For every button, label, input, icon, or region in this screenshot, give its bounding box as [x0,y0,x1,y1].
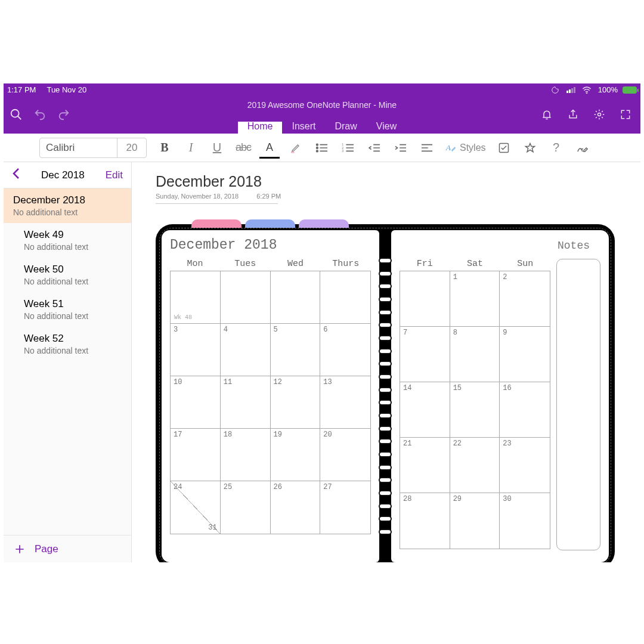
page-item[interactable]: Week 52No additional text [4,327,131,361]
page-item[interactable]: Week 49No additional text [4,223,131,258]
page-item-subtext: No additional text [24,242,123,252]
binding-ring [379,529,392,535]
bold-button[interactable]: B [156,140,173,156]
binding-ring [379,361,392,367]
binding-ring [379,490,392,496]
planner-cell: Wk 48 [171,271,221,324]
planner-cell: 11 [221,376,271,429]
fullscreen-icon[interactable] [619,108,632,121]
font-name-field[interactable]: Calibri [40,138,117,157]
planner-cell: 26 [271,481,321,534]
note-canvas[interactable]: December 2018 Sunday, November 18, 2018 … [132,162,640,562]
planner-cell: 12 [271,376,321,429]
back-icon[interactable] [12,168,20,183]
page-item[interactable]: December 2018No additional text [4,188,131,223]
battery-percent: 100% [598,85,618,94]
indent-button[interactable] [392,140,409,156]
svg-point-5 [317,150,318,152]
planner-left-page: December 2018 MonTuesWedThurs Wk 4834561… [162,230,379,562]
planner-cell [221,271,271,324]
planner-day-header: Fri [400,259,450,269]
notifications-icon[interactable] [540,108,553,121]
page-item-title: Week 50 [24,264,123,275]
font-size-field[interactable]: 20 [117,138,146,157]
outdent-button[interactable] [366,140,383,156]
svg-text:3: 3 [342,149,343,153]
planner-tab-1 [191,219,242,228]
binding-ring [379,387,392,393]
binding-ring [379,374,392,380]
planner-cell: 4 [221,324,271,376]
planner-cell [320,271,370,324]
planner-cell: 7 [400,327,450,382]
planner-cell: 22 [450,438,500,493]
app-window: 1:17 PM Tue Nov 20 100% 2019 Awesome One… [4,83,640,562]
binding-ring [379,271,392,277]
binding-ring [379,400,392,405]
planner-cell: 2 [500,271,550,327]
planner-cell: 21 [400,438,450,493]
planner-cell: 8 [450,327,500,382]
status-bar: 1:17 PM Tue Nov 20 100% [4,83,640,96]
page-title[interactable]: December 2018 [156,173,636,190]
planner-cell: 3 [171,324,221,376]
planner-cell [400,271,450,327]
font-color-button[interactable]: A [261,140,278,156]
planner-cell: 13 [320,376,370,429]
svg-text:A: A [445,143,451,152]
styles-label: Styles [460,143,486,153]
bulleted-list-button[interactable] [314,140,330,156]
font-picker[interactable]: Calibri 20 [39,138,147,158]
highlighter-button[interactable] [287,140,304,156]
planner-cell: 5 [271,324,321,376]
question-tag-button[interactable]: ? [548,140,565,156]
search-icon[interactable] [10,108,23,121]
planner-day-header: Tues [220,259,270,269]
planner-day-header: Thurs [321,259,371,269]
binding-ring [379,516,392,522]
todo-tag-button[interactable] [496,140,512,156]
page-item-subtext: No additional text [24,277,123,286]
do-not-disturb-icon [549,83,562,97]
italic-button[interactable]: I [182,140,199,156]
undo-icon[interactable] [33,108,47,121]
redo-icon[interactable] [57,108,70,121]
share-icon[interactable] [566,108,580,121]
status-date: Tue Nov 20 [47,85,86,94]
planner-cell [271,271,321,324]
planner-cell: 27 [320,481,370,534]
planner-tab-3 [299,219,349,228]
binding-ring [379,348,392,354]
settings-icon[interactable] [593,108,606,121]
binding-ring [379,477,392,483]
planner-day-header: Sun [500,259,550,269]
underline-button[interactable]: U [209,140,225,156]
wifi-icon [580,83,593,97]
planner-day-header: Sat [450,259,500,269]
planner-day-header: Wed [271,259,321,269]
edit-button[interactable]: Edit [106,169,123,181]
styles-button[interactable]: A Styles [445,142,486,154]
planner-cell: 19 [271,429,321,481]
numbered-list-button[interactable]: 123 [340,140,357,156]
ribbon: Calibri 20 B I U abc A 123 A Styles [4,134,640,162]
binding-ring [379,335,392,341]
star-tag-button[interactable] [522,140,538,156]
binding-ring [379,309,392,315]
page-item[interactable]: Week 51No additional text [4,292,131,327]
binding-ring [379,426,392,432]
planner-cell: 9 [500,327,550,382]
ink-to-text-button[interactable] [574,140,591,156]
strikethrough-button[interactable]: abc [235,140,252,156]
planner-cell: 16 [500,382,550,438]
add-page-button[interactable]: Page [4,535,131,562]
page-item[interactable]: Week 50No additional text [4,258,131,292]
align-button[interactable] [419,140,435,156]
page-item-title: Week 49 [24,229,123,241]
planner-cell: 6 [320,324,370,376]
planner-cell: 15 [450,382,500,438]
page-meta-time: 6:29 PM [256,193,281,200]
svg-point-4 [317,147,318,148]
binding-ring [379,296,392,302]
binding-ring [379,283,392,289]
